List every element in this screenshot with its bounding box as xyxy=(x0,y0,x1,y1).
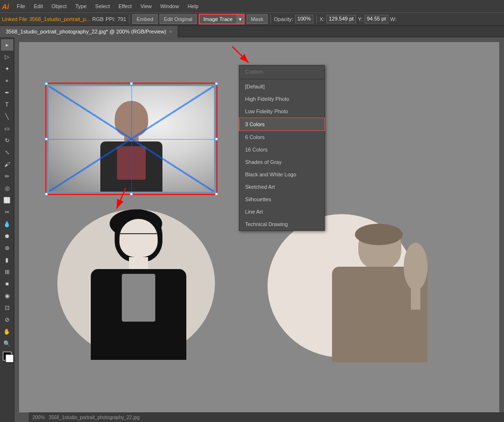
tool-eyedropper[interactable]: 💧 xyxy=(1,218,13,230)
dropdown-item-low-fidelity[interactable]: Low Fidelity Photo xyxy=(239,105,324,118)
mask-button[interactable]: Mask xyxy=(247,14,268,24)
tool-magic-wand[interactable]: ✦ xyxy=(1,63,13,75)
tool-rectangle[interactable]: ▭ xyxy=(1,123,13,134)
menu-effect[interactable]: Effect xyxy=(115,2,136,10)
traced-bw-image xyxy=(48,205,229,357)
left-toolbar: ▸ ▷ ✦ ⌖ ✒ T ╲ ▭ ↻ ⤡ 🖌 ✏ ◎ ⬜ ✂ 💧 ⏺ ⊛ ▮ ⊞ … xyxy=(0,37,14,422)
control-toolbar: Linked File 3568_1studio_portrait_p... R… xyxy=(0,12,504,26)
tool-selection[interactable]: ▸ xyxy=(1,39,13,51)
handle-ml[interactable] xyxy=(45,138,48,141)
tool-zoom[interactable]: 🔍 xyxy=(1,338,13,349)
dropdown-item-silhouettes[interactable]: Silhouettes xyxy=(239,193,324,206)
image-trace-dropdown-arrow[interactable]: ▾ xyxy=(236,15,244,23)
traced-gray-image xyxy=(258,209,473,362)
tool-artboard[interactable]: ⊡ xyxy=(1,302,13,314)
tool-mesh[interactable]: ⊞ xyxy=(1,266,13,278)
tool-slice[interactable]: ⊘ xyxy=(1,314,13,325)
sep1 xyxy=(129,15,129,23)
ppi-label: PPI: xyxy=(106,16,116,22)
tool-rotate[interactable]: ↻ xyxy=(1,135,13,146)
dropdown-item-default[interactable]: [Default] xyxy=(239,80,324,93)
ppi-value: 791 xyxy=(118,16,126,22)
opacity-value[interactable]: 100% xyxy=(295,15,313,23)
handle-mr[interactable] xyxy=(215,138,218,141)
menu-file[interactable]: File xyxy=(13,2,29,10)
crossline-vertical xyxy=(131,86,132,192)
handle-bm[interactable] xyxy=(130,193,133,195)
embed-button[interactable]: Embed xyxy=(132,14,158,24)
handle-br[interactable] xyxy=(215,193,218,195)
canvas-area[interactable]: Custom [Default] High Fidelity Photo Low… xyxy=(14,37,504,422)
menu-bar: Ai File Edit Object Type Select Effect V… xyxy=(0,0,504,12)
opacity-label: Opacity: xyxy=(274,16,293,22)
menu-view[interactable]: View xyxy=(137,2,156,10)
tool-pen[interactable]: ✒ xyxy=(1,87,13,98)
menu-help[interactable]: Help xyxy=(184,2,203,10)
handle-tl[interactable] xyxy=(45,82,48,85)
dropdown-item-3-colors[interactable]: 3 Colors xyxy=(239,118,325,131)
handle-tm[interactable] xyxy=(130,82,133,85)
menu-type[interactable]: Type xyxy=(72,2,91,10)
tool-column-graph[interactable]: ▮ xyxy=(1,254,13,266)
sep3 xyxy=(316,15,317,23)
tool-paintbrush[interactable]: 🖌 xyxy=(1,159,13,170)
tool-pencil[interactable]: ✏ xyxy=(1,171,13,182)
tool-lasso[interactable]: ⌖ xyxy=(1,75,13,87)
dropdown-item-sketched-art[interactable]: Sketched Art xyxy=(239,181,324,193)
tab-bar: 3568_1studio_portrait_photography_22.jpg… xyxy=(0,26,504,37)
image-trace-label[interactable]: Image Trace xyxy=(200,15,236,23)
tab-title: 3568_1studio_portrait_photography_22.jpg… xyxy=(6,29,166,34)
image-trace-button[interactable]: Image Trace ▾ xyxy=(199,14,245,24)
tab-close-button[interactable]: × xyxy=(169,29,172,34)
gray-figure xyxy=(322,224,437,362)
main-area: ▸ ▷ ✦ ⌖ ✒ T ╲ ▭ ↻ ⤡ 🖌 ✏ ◎ ⬜ ✂ 💧 ⏺ ⊛ ▮ ⊞ … xyxy=(0,37,504,422)
menu-edit[interactable]: Edit xyxy=(30,2,47,10)
tool-type[interactable]: T xyxy=(1,99,13,110)
dropdown-item-6-colors[interactable]: 6 Colors xyxy=(239,131,324,143)
dropdown-item-16-colors[interactable]: 16 Colors xyxy=(239,143,324,156)
y-label: Y: xyxy=(358,16,363,22)
handle-bl[interactable] xyxy=(45,193,48,195)
menu-window[interactable]: Window xyxy=(157,2,183,10)
image-selection-box[interactable] xyxy=(45,83,217,195)
fill-color[interactable] xyxy=(3,352,11,360)
filename-label: 3568_1studio_portrait_p... xyxy=(29,16,90,22)
dropdown-item-shades-of-gray[interactable]: Shades of Gray xyxy=(239,156,324,168)
image-inner xyxy=(48,86,214,192)
menu-select[interactable]: Select xyxy=(91,2,114,10)
handle-tr[interactable] xyxy=(215,82,218,85)
tool-hand[interactable]: ✋ xyxy=(1,326,13,337)
dropdown-separator xyxy=(239,79,324,79)
color-mode-label: RGB xyxy=(92,16,104,22)
status-bar: 200% 3568_1studio_portrait_photography_2… xyxy=(29,412,504,422)
stroke-color[interactable] xyxy=(5,354,14,363)
tool-live-paint[interactable]: ◉ xyxy=(1,290,13,302)
tool-eraser[interactable]: ⬜ xyxy=(1,195,13,206)
dropdown-item-custom: Custom xyxy=(239,65,324,78)
edit-original-button[interactable]: Edit Original xyxy=(160,14,197,24)
tool-line[interactable]: ╲ xyxy=(1,111,13,122)
dropdown-item-technical-drawing[interactable]: Technical Drawing xyxy=(239,218,324,230)
document-tab[interactable]: 3568_1studio_portrait_photography_22.jpg… xyxy=(0,26,178,37)
linked-file-label: Linked File xyxy=(2,16,27,22)
tool-blend[interactable]: ⏺ xyxy=(1,230,13,242)
y-value[interactable]: 94.55 pt xyxy=(365,15,388,23)
tool-gradient[interactable]: ■ xyxy=(1,278,13,290)
doc-info: 3568_1studio_portrait_photography_22.jpg xyxy=(49,415,140,420)
dropdown-item-line-art[interactable]: Line Art xyxy=(239,206,324,218)
x-value[interactable]: 129.549 pt xyxy=(326,15,356,23)
tool-blob-brush[interactable]: ◎ xyxy=(1,183,13,194)
tool-direct-selection[interactable]: ▷ xyxy=(1,51,13,63)
sep2 xyxy=(270,15,271,23)
zoom-level: 200% xyxy=(32,415,45,420)
x-label: X: xyxy=(320,16,324,22)
app-logo: Ai xyxy=(2,2,9,11)
dropdown-item-high-fidelity[interactable]: High Fidelity Photo xyxy=(239,93,324,105)
dropdown-item-bw-logo[interactable]: Black and White Logo xyxy=(239,168,324,181)
tool-symbol-sprayer[interactable]: ⊛ xyxy=(1,242,13,254)
tool-scissors[interactable]: ✂ xyxy=(1,206,13,218)
tool-scale[interactable]: ⤡ xyxy=(1,147,13,158)
image-trace-dropdown: Custom [Default] High Fidelity Photo Low… xyxy=(239,65,325,231)
bw-figure xyxy=(76,209,201,357)
menu-object[interactable]: Object xyxy=(48,2,71,10)
